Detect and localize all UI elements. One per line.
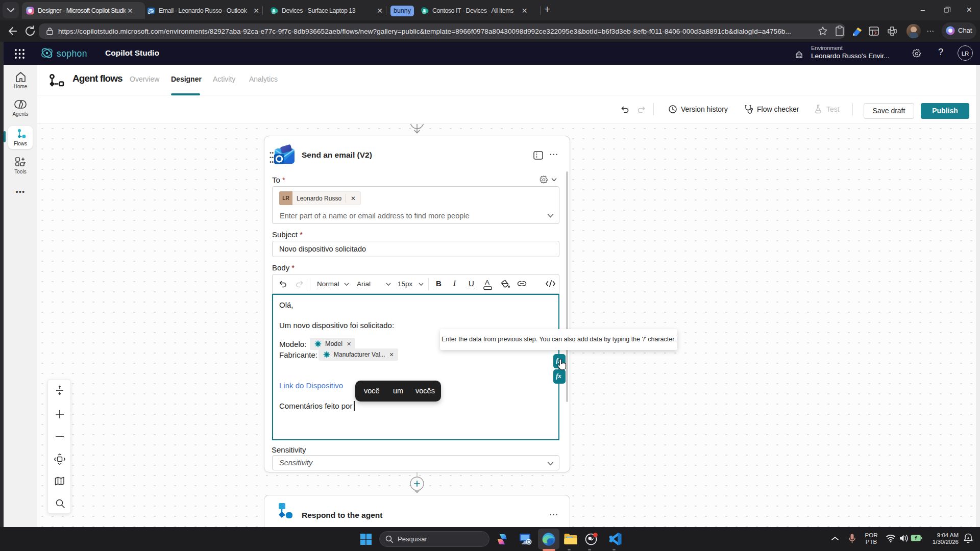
svg-text:z: z <box>967 536 969 539</box>
